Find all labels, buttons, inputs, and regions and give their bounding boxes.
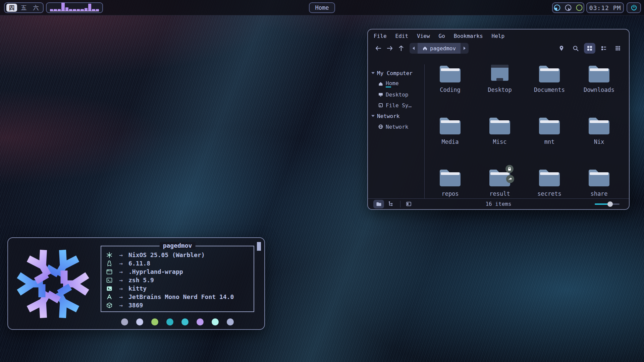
icon-view-button[interactable] xyxy=(584,43,595,54)
wm-window-icon xyxy=(105,268,114,275)
power-icon xyxy=(631,4,637,11)
folder-icon xyxy=(538,64,560,82)
folder-grid: CodingDesktopDocumentsDownloadsMediaMisc… xyxy=(425,64,627,220)
visualizer-bar xyxy=(80,9,84,11)
folder-label: mnt xyxy=(544,138,555,145)
folder-item[interactable]: Coding xyxy=(425,64,475,116)
fetch-value: NixOS 25.05 (Warbler) xyxy=(128,251,205,258)
folder-icon xyxy=(588,64,610,82)
audio-visualizer xyxy=(46,2,103,13)
folder-item[interactable]: mnt xyxy=(525,116,574,168)
cpu-gauge-icon[interactable] xyxy=(576,4,583,11)
folder-label: secrets xyxy=(537,190,561,197)
sidebar-item-desktop[interactable]: Desktop xyxy=(371,89,424,100)
menu-bookmarks[interactable]: Bookmarks xyxy=(454,33,483,39)
list-view-button[interactable] xyxy=(598,43,609,54)
arrow-icon: → xyxy=(114,268,128,275)
home-icon xyxy=(378,81,383,86)
compact-view-icon xyxy=(615,45,621,51)
menu-help[interactable]: Help xyxy=(492,33,505,39)
sidebar-item-filesystem[interactable]: File Sy… xyxy=(371,100,424,111)
folder-item[interactable]: secrets xyxy=(525,168,574,220)
visualizer-bar xyxy=(96,9,99,11)
chevron-down-icon xyxy=(371,72,375,74)
fetch-value: JetBrains Mono Nerd Font 14.0 xyxy=(128,293,234,300)
arrow-icon: → xyxy=(114,277,128,284)
folder-item[interactable]: Desktop xyxy=(475,64,525,116)
folder-item[interactable]: Nix xyxy=(574,116,624,168)
clock[interactable]: 03:12 PM xyxy=(586,2,624,13)
visualizer-bar xyxy=(58,9,61,11)
search-button[interactable] xyxy=(570,43,581,54)
folder-icon xyxy=(489,64,511,82)
visualizer-bar xyxy=(65,7,68,11)
sidebar-section-my-computer[interactable]: My Computer xyxy=(371,68,424,78)
folder-icon xyxy=(538,168,560,186)
fetch-row: →NixOS 25.05 (Warbler) xyxy=(105,251,254,259)
workspace-item[interactable]: 六 xyxy=(31,4,41,12)
desktop-icon xyxy=(378,92,383,97)
fetch-value: 6.11.8 xyxy=(128,260,150,267)
path-scroll-left[interactable] xyxy=(410,43,418,54)
path-scroll-right[interactable] xyxy=(461,43,469,54)
folder-label: repos xyxy=(441,190,459,197)
arrow-icon: → xyxy=(114,302,128,309)
nixos-icon xyxy=(105,252,114,258)
list-view-icon xyxy=(601,45,607,51)
folder-label: Media xyxy=(441,138,459,145)
folder-item[interactable]: Misc xyxy=(475,116,525,168)
folder-label: result xyxy=(489,190,510,197)
folder-item[interactable]: Media xyxy=(425,116,475,168)
memory-gauge-icon[interactable] xyxy=(565,4,572,11)
folder-item[interactable]: result xyxy=(475,168,525,220)
terminal-palette xyxy=(101,318,254,325)
fetch-row: →3869 xyxy=(105,301,254,309)
folder-label: Downloads xyxy=(584,86,614,93)
folder-icon xyxy=(439,64,461,82)
arrow-icon: → xyxy=(114,285,128,292)
location-button[interactable] xyxy=(556,43,567,54)
workspace-item[interactable]: 四 xyxy=(6,4,17,12)
nixos-logo xyxy=(13,246,93,322)
path-segment-home[interactable]: pagedmov xyxy=(418,43,461,54)
menu-view[interactable]: View xyxy=(417,33,430,39)
visualizer-bar xyxy=(92,9,95,11)
packages-icon xyxy=(105,302,114,309)
compact-view-button[interactable] xyxy=(612,43,624,54)
sidebar-section-network[interactable]: Network xyxy=(371,111,424,121)
folder-label: Misc xyxy=(493,138,507,145)
menu-file[interactable]: File xyxy=(374,33,387,39)
folder-label: share xyxy=(590,190,607,197)
grid-view-icon xyxy=(587,45,593,51)
palette-color-dot xyxy=(197,318,204,325)
power-button[interactable] xyxy=(627,2,641,13)
menu-go[interactable]: Go xyxy=(439,33,445,39)
menu-edit[interactable]: Edit xyxy=(395,33,409,39)
folder-icon xyxy=(588,116,610,134)
palette-color-dot xyxy=(136,318,143,325)
sidebar-item-network[interactable]: Network xyxy=(371,121,424,132)
sidebar-item-home[interactable]: Home xyxy=(371,78,424,89)
folder-item[interactable]: Downloads xyxy=(574,64,624,116)
fetch-value: .Hyprland-wrapp xyxy=(128,268,183,275)
palette-color-dot xyxy=(212,318,219,325)
workspace-item[interactable]: 五 xyxy=(18,4,29,12)
visualizer-bar xyxy=(50,9,53,11)
back-button[interactable] xyxy=(373,43,384,54)
terminal-cursor xyxy=(257,242,261,251)
folder-icon xyxy=(538,116,560,134)
fetch-value: kitty xyxy=(128,285,147,292)
folder-icon xyxy=(489,168,511,186)
folder-item[interactable]: Documents xyxy=(525,64,574,116)
folder-item[interactable]: share xyxy=(574,168,624,220)
desktop: 四 五 六 Home 03:12 PM xyxy=(0,0,644,362)
disk-gauge-icon[interactable] xyxy=(553,4,561,11)
forward-button[interactable] xyxy=(384,43,395,54)
workspace-switcher: 四 五 六 xyxy=(4,2,44,13)
active-window-title[interactable]: Home xyxy=(309,2,335,13)
palette-color-dot xyxy=(121,318,128,325)
folder-item[interactable]: repos xyxy=(425,168,475,220)
palette-color-dot xyxy=(151,318,158,325)
up-button[interactable] xyxy=(395,43,407,54)
fetch-hostname: pagedmov xyxy=(160,242,196,249)
